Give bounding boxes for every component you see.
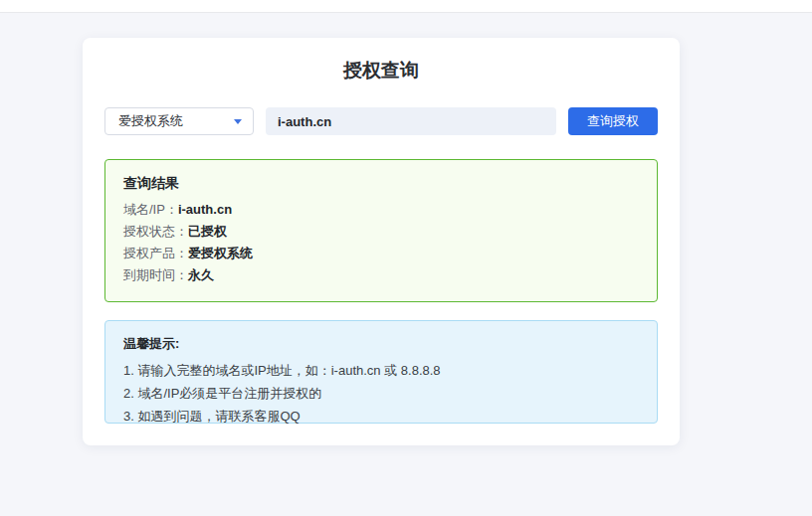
domain-input[interactable] xyxy=(266,107,556,135)
result-row-product: 授权产品：爱授权系统 xyxy=(123,243,639,264)
tips-item-3: 3. 如遇到问题，请联系客服QQ xyxy=(123,405,639,428)
result-label: 到期时间： xyxy=(123,267,188,282)
result-row-status: 授权状态：已授权 xyxy=(123,221,639,243)
tips-panel: 温馨提示: 1. 请输入完整的域名或IP地址，如：i-auth.cn 或 8.8… xyxy=(104,320,658,424)
tips-item-1: 1. 请输入完整的域名或IP地址，如：i-auth.cn 或 8.8.8.8 xyxy=(123,359,639,382)
query-form: 爱授权系统 查询授权 xyxy=(104,107,658,135)
tips-items: 1. 请输入完整的域名或IP地址，如：i-auth.cn 或 8.8.8.8 2… xyxy=(123,359,639,428)
result-value: i-auth.cn xyxy=(178,202,232,217)
result-label: 域名/IP： xyxy=(123,202,178,217)
caret-down-icon xyxy=(234,119,242,124)
result-panel-title: 查询结果 xyxy=(123,174,639,192)
result-row-domain: 域名/IP：i-auth.cn xyxy=(123,199,639,221)
result-rows: 域名/IP：i-auth.cn 授权状态：已授权 授权产品：爱授权系统 到期时间… xyxy=(123,199,639,286)
page-title: 授权查询 xyxy=(104,60,658,82)
result-value: 已授权 xyxy=(188,224,227,239)
auth-query-card: 授权查询 爱授权系统 查询授权 查询结果 域名/IP：i-auth.cn 授权状… xyxy=(83,38,680,445)
tips-panel-title: 温馨提示: xyxy=(123,335,639,353)
product-select[interactable]: 爱授权系统 xyxy=(104,107,254,135)
query-auth-button[interactable]: 查询授权 xyxy=(568,107,658,135)
result-row-expiry: 到期时间：永久 xyxy=(123,264,639,286)
tips-item-2: 2. 域名/IP必须是平台注册并授权的 xyxy=(123,382,639,405)
product-select-value: 爱授权系统 xyxy=(118,112,183,130)
result-label: 授权产品： xyxy=(123,246,188,260)
result-value: 永久 xyxy=(188,267,214,282)
top-bar xyxy=(0,0,812,13)
query-result-panel: 查询结果 域名/IP：i-auth.cn 授权状态：已授权 授权产品：爱授权系统… xyxy=(104,159,658,302)
result-value: 爱授权系统 xyxy=(188,246,253,260)
result-label: 授权状态： xyxy=(123,224,188,239)
